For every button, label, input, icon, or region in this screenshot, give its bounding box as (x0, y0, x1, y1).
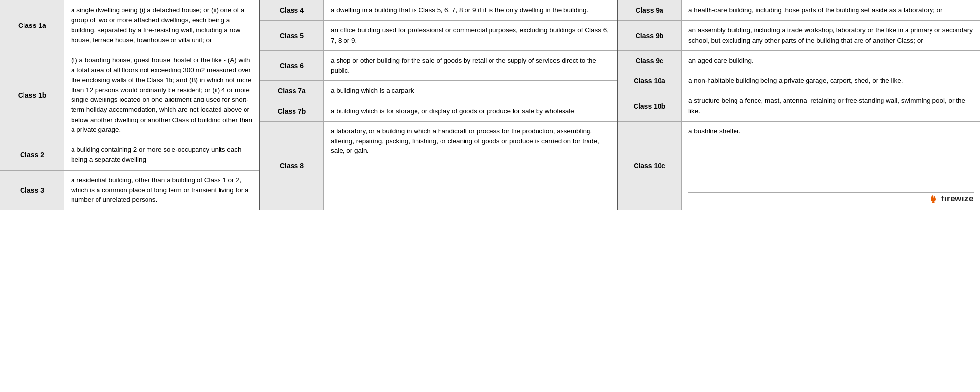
label-4: Class 4 (260, 0, 324, 20)
label-9a: Class 9a (618, 0, 682, 20)
main-table: Class 1a a single dwelling being (i) a d… (0, 0, 980, 210)
row-3: Class 3 a residential building, other th… (0, 171, 259, 210)
section-3: Class 9a a health-care building, includi… (618, 0, 980, 210)
row-1a: Class 1a a single dwelling being (i) a d… (0, 0, 259, 50)
row-9a: Class 9a a health-care building, includi… (618, 0, 980, 21)
row-2: Class 2 a building containing 2 or more … (0, 140, 259, 171)
branding-area: firewize (688, 192, 974, 205)
content-4: a dwelling in a building that is Class 5… (324, 0, 617, 20)
row-9b: Class 9b an assembly building, including… (618, 21, 980, 51)
content-9b: an assembly building, including a trade … (682, 21, 980, 50)
label-9b: Class 9b (618, 21, 682, 50)
content-1b: (I) a boarding house, guest house, hoste… (64, 50, 259, 140)
label-7a: Class 7a (260, 81, 324, 100)
row-7a: Class 7a a building which is a carpark (260, 81, 617, 101)
row-7b: Class 7b a building which is for storage… (260, 101, 617, 122)
content-8: a laboratory, or a building in which a h… (324, 122, 617, 210)
label-5: Class 5 (260, 21, 324, 50)
content-7b: a building which is for storage, or disp… (324, 101, 617, 121)
label-2: Class 2 (0, 140, 64, 170)
content-9c: an aged care building. (682, 51, 980, 71)
section-1: Class 1a a single dwelling being (i) a d… (0, 0, 260, 210)
content-9a: a health-care building, including those … (682, 0, 980, 20)
firewize-logo: firewize (928, 193, 974, 205)
label-8: Class 8 (260, 122, 324, 210)
row-9c: Class 9c an aged care building. (618, 51, 980, 71)
row-8: Class 8 a laboratory, or a building in w… (260, 122, 617, 210)
row-4: Class 4 a dwelling in a building that is… (260, 0, 617, 21)
row-1b: Class 1b (I) a boarding house, guest hou… (0, 50, 259, 140)
content-10a: a non-habitable building being a private… (682, 71, 980, 91)
content-7a: a building which is a carpark (324, 81, 617, 100)
content-1a: a single dwelling being (i) a detached h… (64, 0, 259, 50)
firewize-flame-icon (928, 193, 939, 205)
content-10c-text: a bushfire shelter. (688, 126, 741, 136)
label-3: Class 3 (0, 171, 64, 210)
content-10b: a structure being a fence, mast, antenna… (682, 91, 980, 121)
label-6: Class 6 (260, 51, 324, 81)
section-2: Class 4 a dwelling in a building that is… (260, 0, 618, 210)
row-10a: Class 10a a non-habitable building being… (618, 71, 980, 91)
content-3: a residential building, other than a bui… (64, 171, 259, 210)
label-10c: Class 10c (618, 122, 682, 210)
label-1b: Class 1b (0, 50, 64, 140)
firewize-text: firewize (941, 193, 974, 205)
content-5: an office building used for professional… (324, 21, 617, 50)
content-10c: a bushfire shelter. firewize (682, 122, 980, 210)
row-6: Class 6 a shop or other building for the… (260, 51, 617, 81)
label-10a: Class 10a (618, 71, 682, 91)
label-9c: Class 9c (618, 51, 682, 71)
content-2: a building containing 2 or more sole-occ… (64, 140, 259, 170)
label-7b: Class 7b (260, 101, 324, 121)
label-1a: Class 1a (0, 0, 64, 50)
row-5: Class 5 an office building used for prof… (260, 21, 617, 51)
content-6: a shop or other building for the sale of… (324, 51, 617, 81)
row-10b: Class 10b a structure being a fence, mas… (618, 91, 980, 122)
label-10b: Class 10b (618, 91, 682, 121)
row-10c: Class 10c a bushfire shelter. firewize (618, 122, 980, 210)
